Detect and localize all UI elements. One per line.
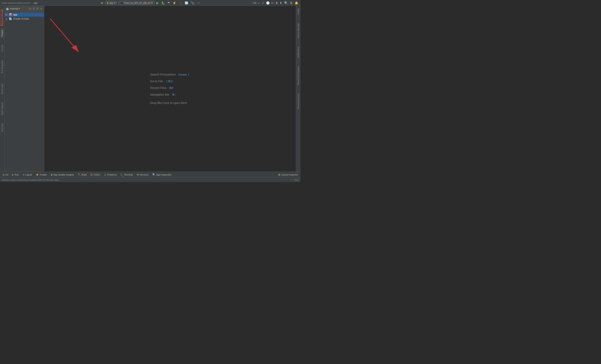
shortcut-keys-search: Double ⇧ xyxy=(178,73,190,76)
shortcut-recent-files: Recent Files ⌘E xyxy=(150,86,190,90)
status-bar: Failed to start monitoring emulator-5554… xyxy=(0,177,300,182)
debug-button[interactable]: 🐛 xyxy=(161,1,165,5)
stop-button[interactable]: ⬛ xyxy=(178,1,183,5)
shortcuts-list: Search Everywhere Double ⇧ Go to File ⇧⌘… xyxy=(150,73,190,105)
git-check1[interactable]: ✓ xyxy=(257,1,261,5)
device-chevron: ▾ xyxy=(151,1,152,4)
search-everywhere-button[interactable]: 🔍 xyxy=(284,1,288,5)
shortcut-label-nav: Navigation Bar xyxy=(150,93,170,96)
project-panel-header: 🤖 Android ▾ ⊟ ☰ ⚙ ✕ xyxy=(5,6,44,12)
sync-button[interactable]: 🔄 xyxy=(184,1,189,5)
bottom-tab-terminal[interactable]: >_ Terminal xyxy=(119,172,135,177)
coverage-button[interactable]: ☂ xyxy=(167,1,171,5)
svg-line-1 xyxy=(50,19,79,52)
more-actions[interactable]: ⋯ xyxy=(196,1,200,5)
build-tab-label: Build xyxy=(82,173,87,176)
git-push[interactable]: ⬆ xyxy=(275,1,279,5)
terminal-tab-label: Terminal xyxy=(124,173,133,176)
flatten-packages-button[interactable]: ☰ xyxy=(32,7,35,11)
shortcut-navigation-bar: Navigation Bar ⌘↑ xyxy=(150,93,190,96)
android-dropdown[interactable]: 🤖 Android ▾ xyxy=(6,7,20,10)
close-panel-button[interactable]: ✕ xyxy=(40,7,43,11)
file-tree: ▶ 📦 app ▶ 🐘 Gradle Scripts xyxy=(5,12,44,172)
title-separator: › xyxy=(32,2,32,4)
sidebar-item-gradle[interactable]: Gradle xyxy=(297,7,300,16)
bottom-tab-todo[interactable]: ☰ TODO xyxy=(89,172,102,177)
bottom-tab-git[interactable]: ◎ Git xyxy=(1,172,10,177)
project-name: kotlin-android-starter-project xyxy=(2,2,30,4)
sidebar-item-structure[interactable]: Structure xyxy=(1,122,4,134)
run-config-dropdown[interactable]: ▶ app ▾ xyxy=(105,1,117,5)
git-undo[interactable]: ↩ xyxy=(271,1,274,5)
sidebar-item-commit[interactable]: Commit xyxy=(1,43,4,53)
sidebar-item-pull-requests[interactable]: Pull Requests xyxy=(1,59,4,75)
aqi-tab-label: App Quality Insights xyxy=(53,173,74,176)
tree-item-gradle-scripts[interactable]: ▶ 🐘 Gradle Scripts xyxy=(5,17,44,21)
shortcut-label-search: Search Everywhere xyxy=(150,73,176,76)
app-inspection-tab-label: App Inspection xyxy=(156,173,171,176)
bottom-tab-problems[interactable]: ⚠ Problems xyxy=(102,172,118,177)
panel-toolbar-icons: ⊟ ☰ ⚙ ✕ xyxy=(29,7,43,11)
project-panel: 🤖 Android ▾ ⊟ ☰ ⚙ ✕ ▶ 📦 app ▶ 🐘 Gradle S… xyxy=(5,6,44,172)
collapse-all-button[interactable]: ⊟ xyxy=(29,7,32,11)
bottom-tab-app-inspection[interactable]: 🔍 App Inspection xyxy=(151,172,173,177)
git-pull[interactable]: ⬇ xyxy=(279,1,283,5)
problems-tab-label: Problems xyxy=(107,173,117,176)
todo-tab-icon: ☰ xyxy=(90,173,93,176)
android-chevron: ▾ xyxy=(19,8,20,10)
bottom-tab-layout-inspector[interactable]: ⊞ Layout Inspector xyxy=(277,172,300,177)
git-tab-icon: ◎ xyxy=(2,173,5,176)
git-check2[interactable]: ✓ xyxy=(261,1,265,5)
sidebar-item-build-variants[interactable]: Build Variants xyxy=(1,101,4,117)
editor-area: Search Everywhere Double ⇧ Go to File ⇧⌘… xyxy=(44,6,296,172)
settings-button[interactable]: ⚙ xyxy=(289,1,293,5)
gradle-icon: 🐘 xyxy=(9,17,12,20)
branch-name: main xyxy=(294,179,299,181)
sidebar-item-notifications[interactable]: Notifications xyxy=(297,45,300,60)
status-message: Failed to start monitoring emulator-5554… xyxy=(2,179,59,181)
bottom-tab-logcat[interactable]: ≡ Logcat xyxy=(21,172,34,177)
sidebar-item-device-manager[interactable]: Device Manager xyxy=(297,21,300,40)
build-tab-icon: 🔨 xyxy=(78,173,81,176)
sidebar-item-device-file-explorer[interactable]: Device File Explorer xyxy=(297,64,300,86)
title-bar-left: kotlin-android-starter-project › app xyxy=(2,2,38,4)
sidebar-item-project[interactable]: Project xyxy=(1,28,4,38)
profile-button[interactable]: ⚡ xyxy=(172,1,177,5)
device-label: Pixel_3a_API_33_x86_64 xyxy=(124,2,151,4)
attach-button[interactable]: 📎 xyxy=(190,1,195,5)
bottom-tab-profiler[interactable]: ⚡ Profiler xyxy=(34,172,49,177)
main-layout: Resource Manager Project Commit Pull Req… xyxy=(0,6,300,172)
device-dropdown[interactable]: 📱 Pixel_3a_API_33_x86_64 ▾ xyxy=(119,1,155,5)
tree-item-app[interactable]: ▶ 📦 app xyxy=(5,12,44,17)
shortcut-label-recent: Recent Files xyxy=(150,86,167,90)
git-history[interactable]: 🕐 xyxy=(265,1,270,5)
sidebar-item-resource-manager[interactable]: Resource Manager xyxy=(1,7,4,28)
bottom-tab-build[interactable]: 🔨 Build xyxy=(76,172,88,177)
tree-label-gradle: Gradle Scripts xyxy=(13,17,29,20)
run-button[interactable]: ▶ xyxy=(156,0,160,5)
app-inspection-tab-icon: 🔍 xyxy=(152,173,155,176)
sidebar-item-bookmarks[interactable]: Bookmarks xyxy=(1,82,4,96)
run-tab-icon: ▶ xyxy=(12,173,14,176)
profiler-tab-icon: ⚡ xyxy=(36,173,39,176)
bottom-tab-app-quality-insights[interactable]: ◈ App Quality Insights xyxy=(49,172,76,177)
device-icon: 📱 xyxy=(120,1,123,4)
bottom-tab-services[interactable]: ⚙ Services xyxy=(135,172,150,177)
problems-tab-icon: ⚠ xyxy=(104,173,106,176)
back-button[interactable]: ⬅ xyxy=(100,1,104,5)
aqi-tab-icon: ◈ xyxy=(51,173,53,176)
panel-settings-button[interactable]: ⚙ xyxy=(36,7,39,11)
bottom-tab-run[interactable]: ▶ Run xyxy=(10,172,21,177)
run-config-label: app xyxy=(110,2,113,4)
run-config-icon: ▶ xyxy=(107,1,109,4)
notifications-button[interactable]: 🔔 xyxy=(294,1,299,5)
title-bar-center: ⬅ ▶ app ▾ 📱 Pixel_3a_API_33_x86_64 ▾ ▶ 🐛… xyxy=(100,0,200,5)
branch-icon: ⑂ xyxy=(291,179,292,181)
run-config-chevron: ▾ xyxy=(114,1,115,4)
sidebar-item-running-devices[interactable]: Running Devices xyxy=(297,92,300,111)
run-tab-label: Run xyxy=(15,173,19,176)
shortcut-keys-recent: ⌘E xyxy=(169,86,174,90)
git-tab-label: Git xyxy=(5,173,8,176)
tree-chevron-gradle: ▶ xyxy=(6,18,8,20)
drop-hint: Drop files here to open them xyxy=(150,101,190,105)
